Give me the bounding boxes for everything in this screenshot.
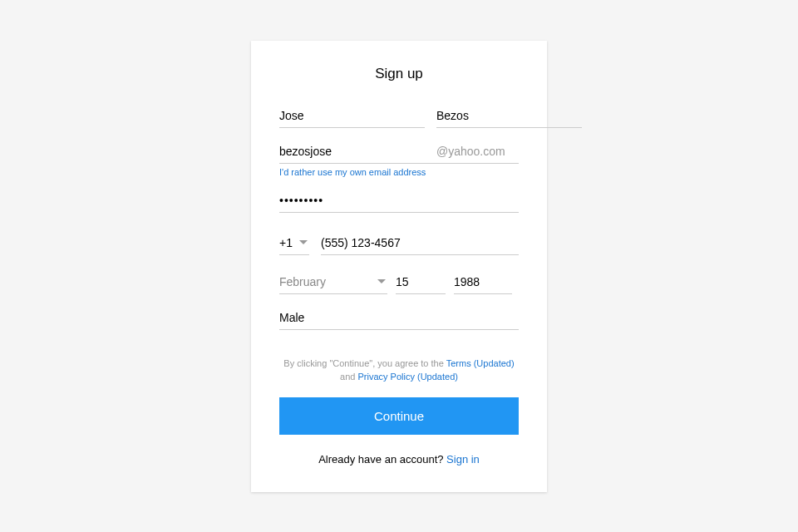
birth-month-value: February <box>279 275 326 288</box>
country-code-select[interactable]: +1 <box>279 231 309 255</box>
terms-prefix: By clicking "Continue", you agree to the <box>283 358 446 368</box>
gender-select[interactable]: Male <box>279 306 519 330</box>
dob-row: February <box>279 270 519 294</box>
password-input[interactable]: ••••••••• <box>279 189 519 213</box>
phone-row: +1 <box>279 231 519 255</box>
email-username-input[interactable] <box>279 140 425 164</box>
terms-link[interactable]: Terms (Updated) <box>446 358 515 368</box>
last-name-input[interactable] <box>436 104 582 128</box>
email-domain-label: @yahoo.com <box>425 140 519 164</box>
continue-button[interactable]: Continue <box>279 397 519 435</box>
country-code-value: +1 <box>279 236 293 249</box>
signup-card: Sign up @yahoo.com I'd rather use my own… <box>251 41 547 492</box>
email-row: @yahoo.com <box>279 140 519 164</box>
birth-month-select[interactable]: February <box>279 270 387 294</box>
birth-year-input[interactable] <box>454 270 512 294</box>
terms-text: By clicking "Continue", you agree to the… <box>279 357 519 384</box>
privacy-link[interactable]: Privacy Policy (Updated) <box>357 372 457 382</box>
name-row <box>279 104 519 128</box>
page-title: Sign up <box>279 66 519 82</box>
terms-middle: and <box>340 372 357 382</box>
chevron-down-icon <box>377 279 386 283</box>
birth-day-input[interactable] <box>396 270 446 294</box>
first-name-input[interactable] <box>279 104 425 128</box>
use-own-email-link[interactable]: I'd rather use my own email address <box>279 167 519 177</box>
phone-number-input[interactable] <box>321 231 519 255</box>
signin-link[interactable]: Sign in <box>446 453 480 466</box>
signin-prompt: Already have an account? Sign in <box>279 453 519 466</box>
chevron-down-icon <box>299 240 308 244</box>
signin-prompt-text: Already have an account? <box>318 453 446 466</box>
